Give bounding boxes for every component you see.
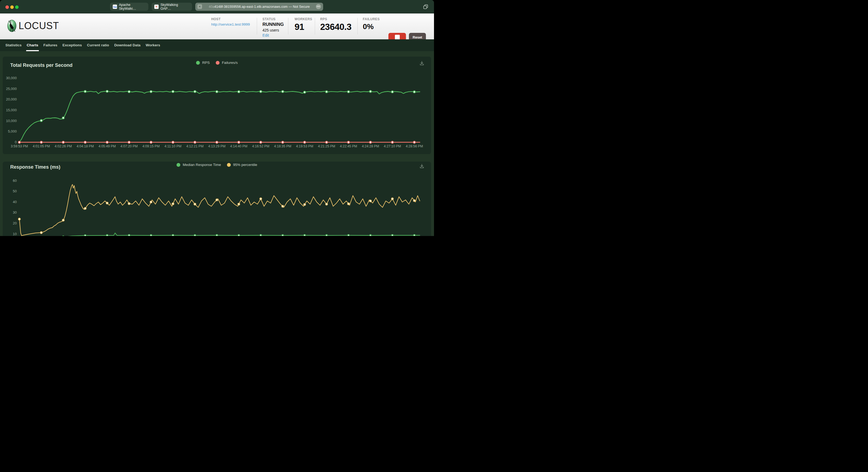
series-marker <box>106 202 108 204</box>
stat-divider <box>315 18 315 34</box>
series-marker <box>238 141 240 143</box>
x-axis-label: 3:59:53 PM <box>7 144 32 148</box>
tab-overview-icon[interactable] <box>423 4 429 10</box>
series-marker <box>238 91 240 93</box>
x-axis-label: 4:18:35 PM <box>270 144 295 148</box>
series-marker <box>260 234 261 236</box>
series-marker <box>172 141 174 143</box>
y-axis-label: 15,000 <box>3 108 17 112</box>
series-marker <box>216 234 218 236</box>
x-axis-label: 4:19:53 PM <box>292 144 317 148</box>
x-axis-label: 4:21:25 PM <box>314 144 339 148</box>
nav-tab-download-data[interactable]: Download Data <box>114 39 141 51</box>
y-axis-label: 0 <box>3 140 17 144</box>
stat-status: STATUS RUNNING 425 users Edit <box>262 17 284 37</box>
series-marker <box>128 234 130 236</box>
nav-tab-workers[interactable]: Workers <box>146 39 160 51</box>
series-marker <box>348 234 349 236</box>
app-header: LOCUST HOST http://service1.test:9999 ST… <box>0 13 434 39</box>
series-marker <box>347 203 349 205</box>
edit-link[interactable]: Edit <box>262 33 284 37</box>
series-marker <box>62 117 64 119</box>
series-marker <box>194 91 196 93</box>
series-marker <box>238 235 240 236</box>
browser-tab-apache-skywalking[interactable]: Sw Apache SkyWalki… <box>110 3 148 11</box>
stop-icon <box>395 35 400 40</box>
y-axis-label: 20 <box>3 221 17 225</box>
series-marker <box>326 141 328 143</box>
series-line-median-response-time <box>20 233 420 236</box>
failures-value: 0% <box>363 22 380 31</box>
series-marker <box>369 90 371 92</box>
stat-rps: RPS 23640.3 <box>320 17 351 32</box>
series-marker <box>326 91 328 93</box>
nav-tab-charts[interactable]: Charts <box>27 39 38 51</box>
series-marker <box>62 219 64 221</box>
series-marker <box>106 235 108 236</box>
x-axis-label: 4:16:52 PM <box>248 144 273 148</box>
series-marker <box>106 90 108 92</box>
brand-wordmark: LOCUST <box>19 20 59 32</box>
series-marker <box>216 199 218 201</box>
window-close-button[interactable] <box>5 5 9 9</box>
series-marker <box>150 201 152 203</box>
series-marker <box>413 200 415 202</box>
window-minimize-button[interactable] <box>10 5 14 9</box>
nav-tab-exceptions[interactable]: Exceptions <box>63 39 82 51</box>
browser-tab-skywalking-oap[interactable]: ✳ SkyWalking OAP… <box>152 3 192 11</box>
x-axis-label: 4:13:29 PM <box>205 144 229 148</box>
y-axis-label: 40 <box>3 200 17 204</box>
failures-label: FAILURES <box>363 17 380 21</box>
series-marker <box>84 90 86 92</box>
window-zoom-button[interactable] <box>15 5 19 9</box>
host-label: HOST <box>211 17 250 21</box>
series-marker <box>326 235 328 236</box>
y-axis-label: 5,000 <box>3 129 17 133</box>
workers-label: WORKERS <box>294 17 312 21</box>
skywalking-oap-favicon: ✳ <box>154 5 159 9</box>
main-nav: StatisticsChartsFailuresExceptionsCurren… <box>0 39 434 51</box>
nav-tab-current-ratio[interactable]: Current ratio <box>87 39 109 51</box>
y-axis-label: 30,000 <box>3 76 17 80</box>
series-marker <box>413 141 415 143</box>
x-axis-label: 4:04:18 PM <box>73 144 98 148</box>
series-marker <box>369 141 371 143</box>
series-marker <box>260 141 262 143</box>
x-axis-label: 4:07:20 PM <box>117 144 142 148</box>
series-marker <box>84 141 86 143</box>
series-marker <box>172 91 174 93</box>
series-marker <box>216 91 218 93</box>
user-count: 425 users <box>262 28 284 32</box>
chart-card-total-rps: Total Requests per Second RPSFailures/s … <box>3 57 431 154</box>
x-axis-label: 4:01:05 PM <box>29 144 54 148</box>
series-marker <box>150 141 152 143</box>
rps-label: RPS <box>320 17 351 21</box>
series-marker <box>282 235 283 236</box>
series-marker <box>85 235 86 236</box>
series-line-95-percentile <box>20 184 420 236</box>
skywalking-favicon: Sw <box>113 5 117 9</box>
x-axis-label: 4:11:10 PM <box>160 144 185 148</box>
workers-value: 91 <box>294 22 312 32</box>
series-marker <box>150 91 152 93</box>
y-axis-label: 30 <box>3 210 17 214</box>
series-marker <box>106 141 108 143</box>
series-marker <box>18 141 21 143</box>
series-marker <box>370 200 371 202</box>
tab-more-icon[interactable]: ••• <box>316 4 321 9</box>
series-marker <box>347 141 349 143</box>
tab-close-icon[interactable]: ✕ <box>197 4 202 9</box>
nav-tab-statistics[interactable]: Statistics <box>5 39 22 51</box>
series-marker <box>392 198 393 200</box>
nav-tab-failures[interactable]: Failures <box>43 39 58 51</box>
y-axis-label: 25,000 <box>3 87 17 91</box>
browser-tab-active-url[interactable]: ✕ 40a4148f-381559556.ap-east-1.elb.amazo… <box>195 3 323 11</box>
stat-divider <box>288 18 288 34</box>
series-marker <box>128 91 130 93</box>
y-axis-label: 10,000 <box>3 119 17 123</box>
series-marker <box>347 91 349 93</box>
x-axis-label: 4:27:10 PM <box>380 144 405 148</box>
series-marker <box>194 141 196 143</box>
host-link[interactable]: http://service1.test:9999 <box>211 22 250 26</box>
series-marker <box>304 91 306 93</box>
